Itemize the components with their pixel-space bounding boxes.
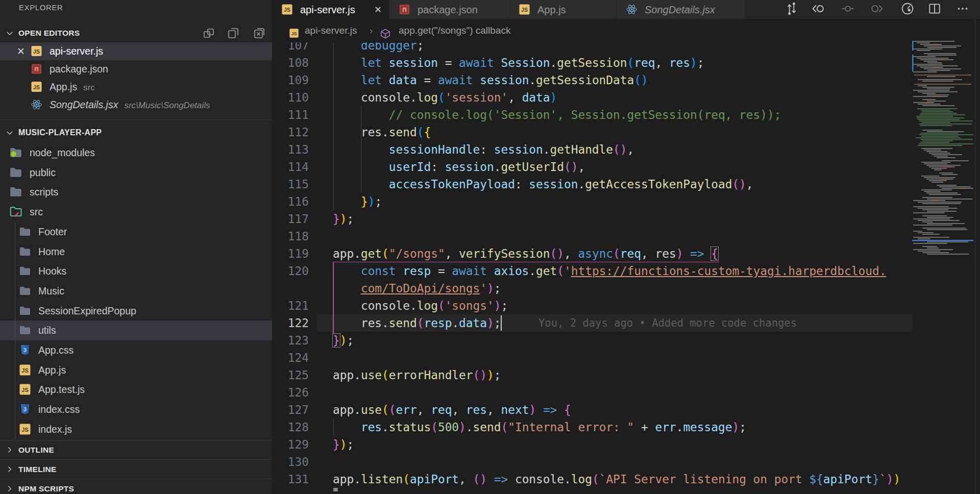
line-number[interactable]: 119 <box>272 245 309 262</box>
code-line[interactable]: 126 <box>272 384 980 401</box>
line-number[interactable]: 111 <box>272 106 309 124</box>
code-line[interactable]: 112 res.send({ <box>272 124 980 141</box>
line-number[interactable]: 115 <box>272 176 309 193</box>
code-line[interactable]: 109 let data = await session.getSessionD… <box>272 71 980 89</box>
line-number[interactable]: 125 <box>272 366 309 384</box>
breadcrumb-symbol[interactable]: app.get("/songs") callback <box>399 25 510 36</box>
folder-icon <box>19 285 31 297</box>
next-change-icon[interactable] <box>870 2 885 16</box>
line-number[interactable]: 112 <box>272 124 309 141</box>
code-line[interactable]: 118 <box>272 228 980 245</box>
tree-root-folder[interactable]: MUSIC-PLAYER-APP <box>0 123 272 143</box>
code-line[interactable]: 121 console.log('songs'); <box>272 297 980 314</box>
tree-item-footer[interactable]: Footer <box>0 222 272 242</box>
open-editor-item[interactable]: SongDetails.jsxsrc\Music\SongDetails <box>0 95 272 113</box>
tree-item-sessionexpiredpopup[interactable]: SessionExpiredPopup <box>0 301 272 320</box>
tree-item-app.test.js[interactable]: JS App.test.js <box>0 380 272 400</box>
compare-changes-icon[interactable] <box>785 2 799 16</box>
previous-change-icon[interactable] <box>812 2 826 16</box>
code-line[interactable]: 125 app.use(errorHandler()); <box>272 366 980 384</box>
tree-item-node_modules[interactable]: node_modules <box>0 143 272 163</box>
tree-item-app.css[interactable]: 3 App.css <box>0 340 272 360</box>
toggle-editor-layout-icon[interactable] <box>203 27 215 39</box>
breadcrumb[interactable]: JS api-server.js › app.get("/songs") cal… <box>272 19 980 42</box>
line-number[interactable]: 122 <box>272 314 309 332</box>
timeline-icon[interactable] <box>901 2 915 16</box>
split-editor-icon[interactable] <box>928 2 942 16</box>
tree-item-src[interactable]: src <box>0 202 272 222</box>
line-number[interactable]: 126 <box>272 384 309 401</box>
tree-item-label: Home <box>38 245 65 257</box>
code-line[interactable]: 127 app.use((err, req, res, next) => { <box>272 401 980 418</box>
code-line[interactable]: 111 // console.log('Session', Session.ge… <box>272 106 980 124</box>
line-number[interactable]: 123 <box>272 332 309 349</box>
code-line[interactable]: 124 <box>272 349 980 366</box>
code-line[interactable]: 108 let session = await Session.getSessi… <box>272 54 980 71</box>
line-number[interactable]: 130 <box>272 453 309 471</box>
code-line[interactable]: 123 }); <box>272 332 980 349</box>
tab-api-server.js[interactable]: JS api-server.js ✕ <box>272 0 389 19</box>
line-number[interactable]: 121 <box>272 297 309 314</box>
tab-App.js[interactable]: JS App.js <box>509 0 617 19</box>
js-icon: JS <box>19 423 31 435</box>
tab-SongDetails.jsx[interactable]: SongDetails.jsx <box>617 0 745 19</box>
code-editor[interactable]: 107 debugger; 108 let session = await Se… <box>272 42 980 494</box>
tree-item-app.js[interactable]: JS App.js <box>0 360 272 380</box>
folder-icon <box>19 265 31 277</box>
line-number[interactable]: 120 <box>272 262 309 280</box>
code-line[interactable]: 116 }); <box>272 193 980 210</box>
tree-item-hooks[interactable]: Hooks <box>0 261 272 281</box>
breadcrumb-file[interactable]: api-server.js <box>305 25 357 36</box>
section-npm-scripts[interactable]: NPM SCRIPTS <box>0 479 272 494</box>
tree-item-index.js[interactable]: JS index.js <box>0 419 272 439</box>
open-editor-item[interactable]: JS App.jssrc <box>0 78 272 96</box>
close-icon[interactable]: ✕ <box>17 45 25 57</box>
section-timeline[interactable]: TIMELINE <box>0 460 272 479</box>
line-number[interactable]: 109 <box>272 71 309 89</box>
line-number[interactable]: 118 <box>272 228 309 245</box>
close-icon[interactable]: ✕ <box>374 4 382 15</box>
line-number[interactable]: 116 <box>272 193 309 210</box>
open-editor-item[interactable]: package.json <box>0 60 272 78</box>
tree-item-music[interactable]: Music <box>0 281 272 301</box>
code-line[interactable]: 120 const resp = await axios.get('https:… <box>272 262 980 280</box>
open-editor-item[interactable]: ✕ JS api-server.js <box>0 42 272 60</box>
code-line[interactable]: 119 app.get("/songs", verifySession(), a… <box>272 245 980 262</box>
line-number[interactable]: 128 <box>272 418 309 436</box>
code-line[interactable]: 128 res.status(500).send("Internal error… <box>272 418 980 436</box>
line-number[interactable]: 127 <box>272 401 309 418</box>
line-number[interactable]: 129 <box>272 436 309 453</box>
minimap[interactable] <box>912 41 975 260</box>
close-all-editors-icon[interactable] <box>253 27 265 39</box>
code-line[interactable]: 115 accessTokenPayload: session.getAcces… <box>272 176 980 193</box>
code-line[interactable]: 113 sessionHandle: session.getHandle(), <box>272 141 980 158</box>
code-line[interactable]: 107 debugger; <box>272 42 980 54</box>
section-outline[interactable]: OUTLINE <box>0 440 272 459</box>
code-line[interactable]: com/ToDoApi/songs'); <box>272 280 980 297</box>
folder-icon <box>9 166 22 179</box>
open-editors-header[interactable]: OPEN EDITORS <box>0 23 272 42</box>
line-number[interactable]: 110 <box>272 89 309 106</box>
tree-item-utils[interactable]: utils <box>0 320 272 340</box>
line-number[interactable]: 113 <box>272 141 309 158</box>
tree-item-home[interactable]: Home <box>0 241 272 261</box>
code-line[interactable]: 130 <box>272 453 980 471</box>
line-number[interactable]: 107 <box>272 42 309 54</box>
line-number[interactable]: 114 <box>272 158 309 176</box>
tab-package.json[interactable]: package.json <box>389 0 509 19</box>
tree-item-scripts[interactable]: scripts <box>0 182 272 202</box>
more-actions-icon[interactable] <box>956 2 970 16</box>
current-change-icon[interactable] <box>841 2 855 16</box>
line-number[interactable]: 131 <box>272 471 309 488</box>
tree-item-public[interactable]: public <box>0 162 272 182</box>
code-line[interactable]: 129 }); <box>272 436 980 453</box>
line-number[interactable]: 108 <box>272 54 309 71</box>
code-line[interactable]: 131 app.listen(apiPort, () => console.lo… <box>272 471 980 488</box>
code-line[interactable]: 114 userId: session.getUserId(), <box>272 158 980 176</box>
line-number[interactable]: 124 <box>272 349 309 366</box>
save-all-icon[interactable] <box>227 27 239 39</box>
line-number[interactable]: 117 <box>272 210 309 228</box>
tree-item-index.css[interactable]: 3 index.css <box>0 400 272 419</box>
code-line[interactable]: 110 console.log('session', data) <box>272 89 980 106</box>
code-line[interactable]: 117 }); <box>272 210 980 228</box>
